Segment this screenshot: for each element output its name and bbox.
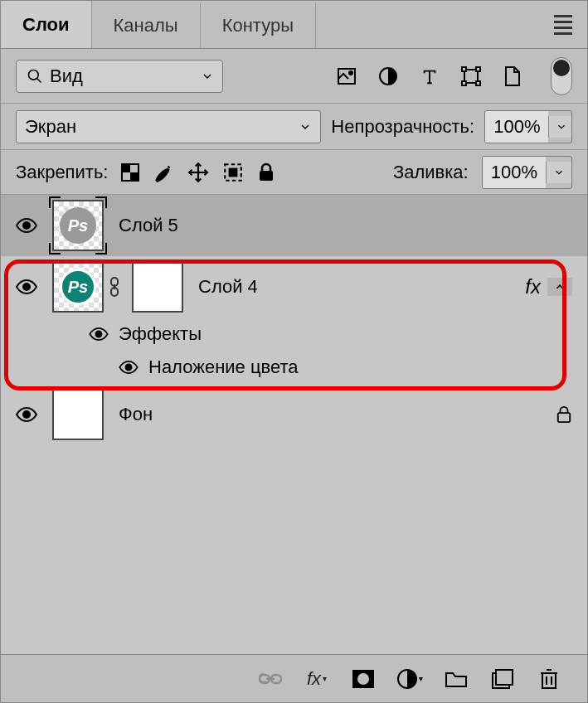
search-icon <box>27 68 43 85</box>
fx-button[interactable]: fx▾ <box>304 668 330 690</box>
fill-input[interactable]: 100% <box>482 156 572 189</box>
layer-name[interactable]: Слой 4 <box>198 276 258 298</box>
svg-point-3 <box>349 71 352 75</box>
visibility-toggle[interactable] <box>119 361 138 374</box>
tab-layers[interactable]: Слои <box>1 1 92 48</box>
new-layer-button[interactable] <box>489 669 516 689</box>
svg-rect-17 <box>260 171 273 181</box>
hamburger-icon <box>554 15 572 35</box>
svg-rect-7 <box>476 67 480 71</box>
svg-rect-9 <box>476 81 480 85</box>
filter-adjustment-icon[interactable] <box>373 61 403 91</box>
ps-logo-icon: Ps <box>60 207 96 244</box>
svg-rect-12 <box>130 172 138 181</box>
new-group-button[interactable] <box>443 670 469 688</box>
layer-thumbnail[interactable] <box>52 389 104 440</box>
layer-name[interactable]: Фон <box>119 404 153 425</box>
svg-rect-34 <box>542 673 556 688</box>
visibility-toggle[interactable] <box>89 327 109 341</box>
visibility-toggle[interactable] <box>16 407 37 422</box>
layer-name[interactable]: Слой 5 <box>119 215 178 236</box>
blend-mode-value: Экран <box>25 116 76 138</box>
svg-rect-16 <box>230 168 237 176</box>
fx-effects-header[interactable]: Эффекты <box>1 318 587 351</box>
fill-label: Заливка: <box>393 162 469 183</box>
svg-point-18 <box>23 222 30 229</box>
svg-point-19 <box>23 284 30 290</box>
chevron-down-icon <box>201 70 214 83</box>
svg-point-24 <box>125 364 131 370</box>
filter-pixel-icon[interactable] <box>332 61 362 91</box>
svg-rect-6 <box>462 67 466 71</box>
layer-thumbnail[interactable]: Ps <box>52 261 104 313</box>
chevron-down-icon <box>548 116 572 138</box>
svg-point-23 <box>95 331 101 337</box>
toggle-knob <box>553 60 570 76</box>
layers-panel: Слои Каналы Контуры Вид <box>0 0 588 703</box>
filter-smartobject-icon[interactable] <box>498 61 527 91</box>
svg-point-0 <box>29 70 39 80</box>
lock-artboard-icon[interactable] <box>222 162 244 183</box>
fx-color-overlay-label: Наложение цвета <box>148 356 299 378</box>
panel-menu-button[interactable] <box>539 1 587 48</box>
blend-mode-dropdown[interactable]: Экран <box>16 110 321 143</box>
svg-point-25 <box>23 411 30 418</box>
chevron-down-icon <box>299 120 312 133</box>
tab-channels[interactable]: Каналы <box>92 2 201 48</box>
fx-collapse-toggle[interactable] <box>547 278 572 296</box>
filter-shape-icon[interactable] <box>456 61 486 91</box>
visibility-toggle[interactable] <box>16 218 37 233</box>
svg-line-1 <box>37 78 41 82</box>
filter-icons <box>332 57 572 95</box>
layer-filter-row: Вид <box>1 49 587 104</box>
svg-rect-33 <box>496 670 513 685</box>
chevron-down-icon <box>546 162 571 183</box>
svg-rect-11 <box>122 164 130 172</box>
lock-icon[interactable] <box>556 405 572 424</box>
layer-row[interactable]: Ps Слой 5 <box>1 195 587 256</box>
opacity-input[interactable]: 100% <box>484 110 572 143</box>
delete-layer-button[interactable] <box>536 668 562 690</box>
visibility-toggle[interactable] <box>16 279 37 294</box>
filter-label: Вид <box>50 65 83 87</box>
blend-opacity-row: Экран Непрозрачность: 100% <box>1 104 587 150</box>
lock-all-icon[interactable] <box>257 162 275 182</box>
layers-bottom-toolbar: fx▾ ▾ <box>1 654 587 702</box>
svg-rect-8 <box>462 81 466 85</box>
lock-row: Закрепить: Заливка: 100% <box>1 150 587 195</box>
opacity-value: 100% <box>485 111 548 143</box>
lock-transparency-icon[interactable] <box>121 163 139 182</box>
fx-effects-label: Эффекты <box>119 323 202 345</box>
filter-type-icon[interactable] <box>415 61 445 91</box>
ps-logo-icon: Ps <box>60 269 96 305</box>
lock-pixels-icon[interactable] <box>153 162 174 183</box>
svg-rect-26 <box>558 413 571 422</box>
mask-thumbnail[interactable] <box>132 261 183 313</box>
layer-row[interactable]: Фон <box>1 384 587 445</box>
lock-position-icon[interactable] <box>187 162 209 183</box>
layers-list: Ps Слой 5 Ps Слой 4 fx <box>1 195 587 654</box>
mask-link-icon[interactable] <box>109 277 120 297</box>
filter-toggle[interactable] <box>551 57 572 95</box>
fx-color-overlay[interactable]: Наложение цвета <box>1 351 587 384</box>
panel-tabs: Слои Каналы Контуры <box>1 1 587 49</box>
svg-point-31 <box>357 673 369 685</box>
layer-row[interactable]: Ps Слой 4 fx <box>1 256 587 318</box>
adjustment-layer-button[interactable]: ▾ <box>396 669 423 689</box>
opacity-label: Непрозрачность: <box>331 116 474 138</box>
link-layers-button[interactable] <box>257 671 284 686</box>
lock-label: Закрепить: <box>16 162 108 183</box>
add-mask-button[interactable] <box>350 670 377 688</box>
layer-filter-dropdown[interactable]: Вид <box>16 60 223 93</box>
fx-indicator[interactable]: fx <box>525 275 547 298</box>
layer-thumbnail[interactable]: Ps <box>52 200 104 251</box>
tab-paths[interactable]: Контуры <box>201 2 316 48</box>
fill-value: 100% <box>483 157 546 188</box>
